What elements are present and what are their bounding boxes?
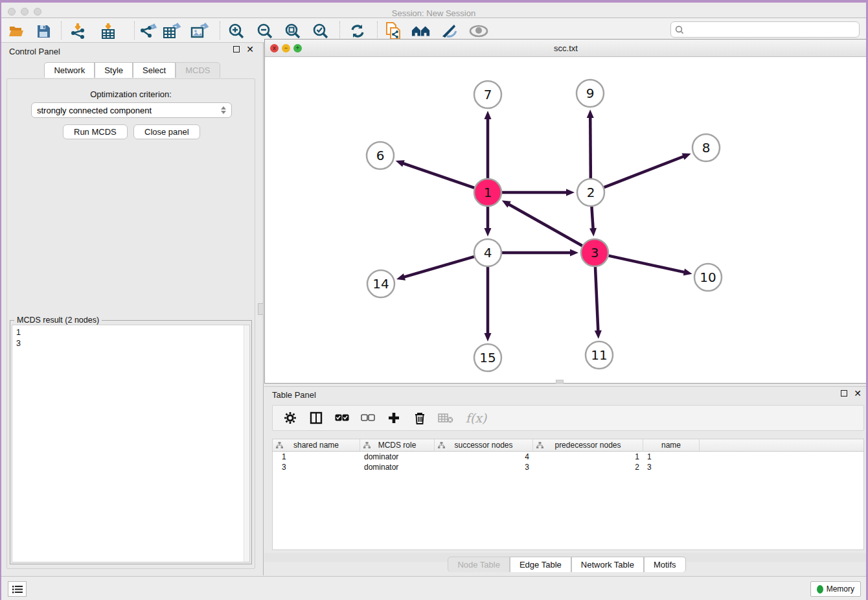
cell-shared-name: 1: [273, 452, 360, 462]
mcds-result-text: 1 3: [16, 327, 21, 349]
run-mcds-button[interactable]: Run MCDS: [63, 124, 128, 139]
graph-node-label-2: 2: [587, 185, 595, 200]
arrowhead-4-14: [396, 273, 405, 281]
tab-network-table[interactable]: Network Table: [571, 557, 644, 572]
cell-name: 1: [643, 452, 700, 462]
network-view-window: x − + scc.txt 7968124314101511: [264, 39, 867, 384]
show-all-icon[interactable]: [469, 22, 488, 40]
tab-node-table[interactable]: Node Table: [448, 557, 510, 572]
edge-3-10[interactable]: [608, 256, 685, 273]
mcds-result-area[interactable]: 1 3: [12, 325, 250, 562]
add-column-icon[interactable]: [385, 410, 402, 426]
column-header-MCDS-role[interactable]: MCDS role: [360, 439, 435, 451]
network-canvas[interactable]: 7968124314101511: [265, 57, 867, 383]
delete-table-icon: [437, 410, 454, 426]
toolbar-separator: [339, 21, 340, 40]
edge-4-14[interactable]: [404, 257, 474, 277]
table-row[interactable]: 1dominator411: [273, 452, 863, 462]
tab-network[interactable]: Network: [44, 62, 95, 78]
memory-button[interactable]: Memory: [810, 581, 861, 597]
arrowhead-2-8: [682, 154, 691, 160]
export-network-icon[interactable]: [138, 22, 157, 40]
save-session-icon[interactable]: [34, 22, 53, 40]
table-toolbar: f(x): [272, 405, 864, 431]
delete-column-trash-icon[interactable]: [411, 410, 428, 426]
title-bar: Session: New Session: [1, 0, 866, 18]
horizontal-splitter-handle[interactable]: [556, 380, 564, 384]
close-panel-icon[interactable]: ✕: [246, 46, 254, 52]
graph-node-label-14: 14: [372, 276, 389, 292]
table-row[interactable]: 3dominator323: [273, 462, 863, 472]
edge-2-3[interactable]: [591, 207, 593, 229]
memory-status-icon: [817, 585, 823, 594]
status-bar: Memory: [1, 576, 866, 600]
search-input[interactable]: [687, 23, 859, 36]
zoom-selected-icon[interactable]: [311, 22, 330, 40]
hide-selected-icon[interactable]: [440, 22, 459, 40]
import-network-icon[interactable]: [68, 22, 87, 40]
control-panel: Control Panel ✕ NetworkStyleSelectMCDS O…: [1, 43, 264, 575]
tab-mcds[interactable]: MCDS: [176, 62, 220, 78]
edge-1-6[interactable]: [402, 163, 474, 188]
open-file-icon[interactable]: [6, 22, 26, 40]
select-stepper-icon: [221, 106, 226, 114]
edge-2-9[interactable]: [590, 117, 591, 178]
zoom-in-icon[interactable]: [227, 22, 246, 40]
control-panel-buttons: ✕: [233, 46, 254, 52]
float-panel-icon[interactable]: [233, 46, 240, 52]
close-table-panel-icon[interactable]: ✕: [854, 390, 862, 397]
column-header-name[interactable]: name: [643, 439, 700, 451]
toolbar-separator: [134, 21, 135, 40]
tab-style[interactable]: Style: [95, 62, 133, 78]
table-settings-gear-icon[interactable]: [282, 410, 299, 426]
column-header-predecessor-nodes[interactable]: predecessor nodes: [533, 439, 643, 451]
edge-3-11[interactable]: [595, 267, 598, 332]
control-panel-tabs: NetworkStyleSelectMCDS: [1, 62, 263, 78]
cell-predecessor-nodes: 2: [533, 462, 643, 472]
float-table-panel-icon[interactable]: [841, 390, 847, 397]
node-table-header: shared nameMCDS rolesuccessor nodesprede…: [273, 439, 863, 452]
first-neighbors-icon[interactable]: [411, 22, 431, 40]
graph-node-label-4: 4: [484, 245, 492, 260]
edge-3-1[interactable]: [508, 204, 582, 246]
task-history-button[interactable]: [8, 581, 27, 597]
arrowhead-4-15: [485, 333, 492, 341]
result-scrollbar[interactable]: [244, 325, 249, 562]
zoom-out-icon[interactable]: [255, 22, 275, 40]
column-header-successor-nodes[interactable]: successor nodes: [435, 439, 533, 451]
criterion-select[interactable]: strongly connected component: [31, 102, 232, 118]
network-window-title: scc.txt: [265, 43, 867, 53]
function-builder-icon: f(x): [463, 410, 489, 426]
list-icon: [12, 585, 23, 594]
tab-edge-table[interactable]: Edge Table: [510, 557, 571, 572]
tab-select[interactable]: Select: [133, 62, 176, 78]
tab-motifs[interactable]: Motifs: [644, 557, 686, 572]
memory-label: Memory: [827, 584, 854, 594]
column-header-shared-name[interactable]: shared name: [273, 439, 360, 451]
export-image-icon[interactable]: [190, 22, 209, 40]
search-box[interactable]: [670, 21, 860, 38]
search-icon: [675, 25, 684, 34]
import-table-icon[interactable]: [98, 22, 118, 40]
refresh-icon[interactable]: [348, 22, 367, 40]
network-window-titlebar[interactable]: x − + scc.txt: [265, 40, 867, 57]
export-table-icon[interactable]: [162, 22, 181, 40]
graph-node-label-15: 15: [479, 350, 496, 365]
close-panel-button[interactable]: Close panel: [133, 124, 200, 139]
arrowhead-3-10: [683, 269, 692, 276]
cell-shared-name: 3: [273, 462, 360, 472]
deselect-all-icon[interactable]: [360, 410, 376, 426]
zoom-fit-icon[interactable]: [283, 22, 303, 40]
network-graph: 7968124314101511: [265, 57, 867, 383]
graph-node-label-7: 7: [484, 87, 492, 102]
arrowhead-2-3: [589, 228, 597, 237]
duplicate-network-icon[interactable]: [383, 22, 403, 40]
panel-splitter-handle[interactable]: [258, 303, 264, 315]
edge-2-8[interactable]: [604, 156, 685, 187]
select-all-icon[interactable]: [334, 410, 350, 426]
show-columns-icon[interactable]: [308, 410, 325, 426]
toolbar-separator: [61, 21, 62, 40]
arrowhead-4-3: [570, 249, 578, 257]
mcds-tab-content: Optimization criterion: strongly connect…: [6, 78, 255, 569]
arrowhead-1-6: [396, 160, 405, 167]
